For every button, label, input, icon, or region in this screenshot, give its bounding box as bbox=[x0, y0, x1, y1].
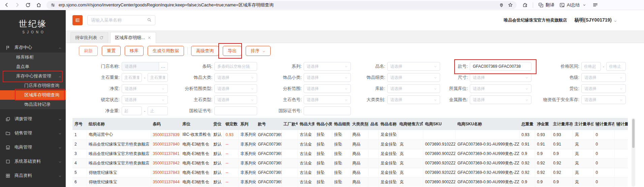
table-row[interactable]: 2唯品会世纪缘珠宝官方特卖旗舰店350001137840电商-E3销售仓默认--… bbox=[72, 139, 628, 149]
browser-menu-icon[interactable] bbox=[592, 2, 598, 8]
barcode-link[interactable]: 350001137844 bbox=[151, 177, 180, 187]
site-settings-icon[interactable] bbox=[50, 2, 56, 8]
extensions-puzzle-icon[interactable] bbox=[522, 2, 528, 8]
filter-select-锁定状态:[interactable]: 请选择 bbox=[122, 95, 168, 104]
table-row[interactable]: 1电商运营中心350001137839IBC-收发质检仓默认0.93非系列化GF… bbox=[72, 130, 628, 139]
column-header-电商SKU名称[interactable]: 电商SKU名称 bbox=[455, 118, 519, 130]
filter-select-饰品小类:[interactable]: 请选择 bbox=[304, 73, 351, 82]
column-header-工厂款号[interactable]: 工厂款号 bbox=[281, 118, 298, 130]
tab-区域库存明细...[interactable]: 区域库存明细... bbox=[110, 32, 156, 43]
filter-range-to-主石重量:[interactable]: 主石重量止 bbox=[148, 73, 168, 82]
filter-select-饰品大类:[interactable]: 请选择 bbox=[214, 73, 257, 82]
column-header-条码[interactable]: 条码 bbox=[151, 118, 180, 130]
column-header-电商SKU[interactable]: 电商SKU bbox=[423, 118, 455, 130]
filter-select-大类类别:[interactable]: 请选择 bbox=[387, 95, 440, 104]
filter-input-国检证书号:[interactable] bbox=[214, 106, 257, 115]
table-row[interactable]: 6得物世纪缘珠宝350001137844电商-E3销售仓默认--非系列化GFAC… bbox=[72, 177, 628, 187]
ai-summary-button[interactable]: AI总结 bbox=[559, 2, 587, 8]
filter-select-色级:[interactable]: 请选择 bbox=[581, 73, 626, 82]
menu-search-input[interactable]: 请输入菜单名称 bbox=[87, 15, 155, 25]
barcode-link[interactable]: 350001137843 bbox=[151, 168, 180, 177]
search-icon[interactable] bbox=[147, 18, 152, 23]
filter-select-分析范围类型:[interactable]: 请选择 bbox=[214, 84, 257, 93]
filter-range-to-净金重:[interactable]: 止 bbox=[148, 106, 168, 115]
table-row[interactable]: 5得物世纪缘珠宝350001137843电商-E3销售仓默认--非系列化GFAC… bbox=[72, 168, 628, 177]
column-header-货位[interactable]: 货位 bbox=[211, 118, 223, 130]
column-header-饰品大类[interactable]: 饰品大类 bbox=[298, 118, 314, 130]
bookmark-star-icon[interactable] bbox=[507, 2, 513, 8]
tab-待审批列表[interactable]: 待审批列表 bbox=[70, 32, 108, 43]
column-header-款号[interactable]: 款号 bbox=[256, 118, 281, 130]
home-icon[interactable] bbox=[36, 2, 42, 8]
column-header-饰品细类[interactable]: 饰品细类 bbox=[332, 118, 350, 130]
sidebar-item-inventory-center[interactable]: 库存中心 bbox=[0, 42, 66, 53]
back-icon[interactable] bbox=[3, 2, 9, 8]
scrollbar-thumb[interactable] bbox=[632, 119, 635, 148]
filter-select-所属库位:[interactable]: 请选择 bbox=[470, 84, 531, 93]
filter-select-尺寸:[interactable]: 请选择 bbox=[470, 73, 531, 82]
toolbar-button-排序[interactable]: 排序 bbox=[246, 46, 271, 56]
sidebar-item-盘点单[interactable]: 盘点单 bbox=[0, 62, 66, 71]
toolbar-button-刷新[interactable]: 刷新 bbox=[79, 46, 98, 56]
sidebar-group-电商管理[interactable]: 电商管理 bbox=[0, 140, 66, 154]
filter-range-to-价格区间:[interactable]: 价格止 bbox=[606, 62, 626, 71]
column-header-系列[interactable]: 系列 bbox=[238, 118, 256, 130]
column-header-组织名称[interactable]: 组织名称 bbox=[87, 118, 151, 130]
filter-range-from-净金重:[interactable]: 起 bbox=[122, 106, 142, 115]
column-header-锁定数[interactable]: 锁定数 bbox=[223, 118, 238, 130]
forward-icon[interactable] bbox=[14, 2, 20, 8]
filter-input-条码:[interactable]: 多条码以空格分隔 bbox=[214, 62, 257, 71]
column-header-主计量单位[interactable]: 主计量单位 bbox=[573, 118, 593, 130]
table-scrollbar[interactable] bbox=[632, 118, 635, 187]
column-header-大类类别[interactable]: 大类类别 bbox=[350, 118, 368, 130]
toolbar-button-重置[interactable]: 重置 bbox=[102, 46, 121, 56]
column-header-主计量库存[interactable]: 主计量库存 bbox=[551, 118, 573, 130]
toolbar-button-生成引用数据[interactable]: 生成引用数据 bbox=[148, 46, 184, 56]
sidebar-item-门店库存明细查询[interactable]: 门店库存明细查询 bbox=[0, 81, 66, 90]
column-header-净金重[interactable]: 净金重 bbox=[535, 118, 551, 130]
filter-input-款号:[interactable]: GFAC007369 GFAC00738 bbox=[470, 62, 531, 71]
filter-select-系列:[interactable]: 请选择 bbox=[304, 62, 351, 71]
user-menu[interactable]: 杨明(SJY001719) bbox=[574, 17, 617, 23]
filter-select-货位:[interactable]: 请选择 bbox=[581, 84, 626, 93]
collapse-menu-button[interactable] bbox=[72, 15, 83, 25]
column-header-品名[interactable]: 品名 bbox=[368, 118, 378, 130]
filter-select-物资低于安全库存:[interactable]: 请选择 bbox=[581, 95, 626, 104]
column-header-辅计量库存[interactable]: 辅计量库存 bbox=[593, 118, 614, 130]
filter-range-from-价格区间:[interactable]: 价格起 bbox=[581, 62, 601, 71]
ellipsis-button[interactable]: ... bbox=[159, 62, 168, 71]
filter-select-净度:[interactable]: 请选择 bbox=[122, 84, 168, 93]
sidebar-group-系统基础资料[interactable]: 系统基础资料 bbox=[0, 154, 66, 168]
column-header-电商销售方式[interactable]: 电商销售方式 bbox=[397, 118, 423, 130]
filter-select-分析范围:[interactable]: 请选择 bbox=[304, 84, 351, 93]
column-header-饰品名称[interactable]: 饰品名称 bbox=[378, 118, 397, 130]
sidebar-item-库存中心报表管理[interactable]: 库存中心报表管理 bbox=[0, 71, 66, 81]
table-row[interactable]: 4唯品会世纪缘珠宝官方特卖旗舰店350001137842电商-E3销售仓默认--… bbox=[72, 158, 628, 168]
reload-icon[interactable] bbox=[25, 2, 31, 8]
translate-button[interactable]: A 翻译 bbox=[538, 2, 554, 8]
url-text[interactable]: erp.sjono.com/#/sjono/inventoryCenter/go… bbox=[59, 2, 496, 8]
location-icon[interactable] bbox=[498, 2, 504, 8]
barcode-link[interactable]: 350001137842 bbox=[151, 158, 180, 168]
filter-select-主石类型:[interactable]: 请选择 bbox=[214, 95, 257, 104]
sidebar-item-饰品流转记录[interactable]: 饰品流转记录 bbox=[0, 100, 66, 109]
toolbar-button-移库[interactable]: 移库 bbox=[125, 46, 144, 56]
column-header-辅计量单位[interactable]: 辅计量单位 bbox=[614, 118, 628, 130]
barcode-link[interactable]: 350001137841 bbox=[151, 149, 180, 158]
filter-select-品名:[interactable]: 请选择 bbox=[387, 62, 440, 71]
filter-input-国际证书号:[interactable] bbox=[304, 106, 351, 115]
column-header-序号[interactable]: 序号 bbox=[72, 118, 87, 130]
url-bar[interactable]: erp.sjono.com/#/sjono/inventoryCenter/go… bbox=[47, 1, 517, 9]
sidebar-item-区域库存明细查询[interactable]: 区域库存明细查询 bbox=[0, 90, 66, 100]
sidebar-group-调拨管理[interactable]: 调拨管理 bbox=[0, 112, 66, 126]
toolbar-button-导出[interactable]: 导出 bbox=[223, 46, 242, 56]
barcode-link[interactable]: 350001137840 bbox=[151, 139, 180, 149]
sidebar-group-销售管理[interactable]: 销售管理 bbox=[0, 126, 66, 140]
table-row[interactable]: 3唯品会世纪缘珠宝官方特卖旗舰店350001137841电商-E3销售仓默认--… bbox=[72, 149, 628, 158]
column-header-饰品小类[interactable]: 饰品小类 bbox=[314, 118, 332, 130]
column-header-库位[interactable]: 库位 bbox=[180, 118, 211, 130]
sidebar-group-商品资料[interactable]: 商品资料 bbox=[0, 168, 66, 183]
filter-select-主石色号:[interactable]: 请选择 bbox=[304, 95, 351, 104]
sidebar-item-移库移柜[interactable]: 移库移柜 bbox=[0, 53, 66, 62]
filter-select-库龄:[interactable]: 请选择 bbox=[387, 84, 440, 93]
